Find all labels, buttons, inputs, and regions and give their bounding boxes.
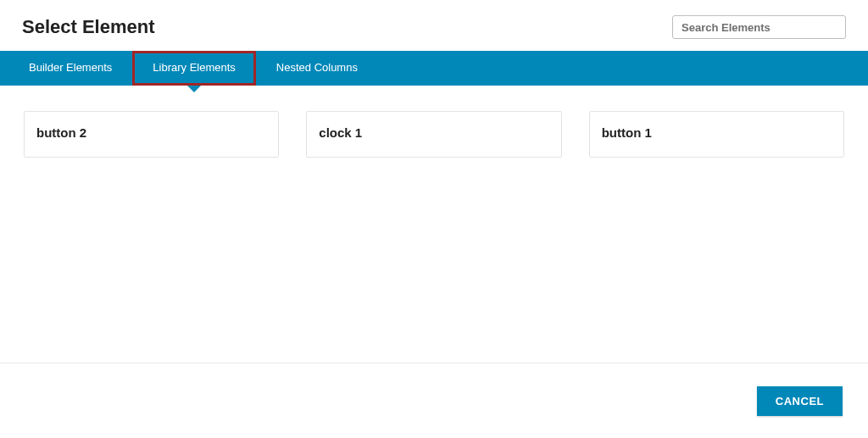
- element-card[interactable]: clock 1: [306, 111, 561, 158]
- tab-library-elements[interactable]: Library Elements: [132, 51, 256, 86]
- divider: [0, 363, 868, 363]
- search-input[interactable]: [672, 15, 846, 39]
- page-title: Select Element: [22, 16, 155, 38]
- tab-builder-elements[interactable]: Builder Elements: [0, 51, 132, 86]
- dialog-header: Select Element: [0, 0, 868, 51]
- element-card[interactable]: button 1: [589, 111, 844, 158]
- element-card[interactable]: button 2: [24, 111, 279, 158]
- tab-bar: Builder Elements Library Elements Nested…: [0, 51, 868, 86]
- element-grid: button 2 clock 1 button 1: [0, 86, 868, 183]
- cancel-button[interactable]: CANCEL: [757, 386, 843, 416]
- tab-nested-columns[interactable]: Nested Columns: [256, 51, 378, 86]
